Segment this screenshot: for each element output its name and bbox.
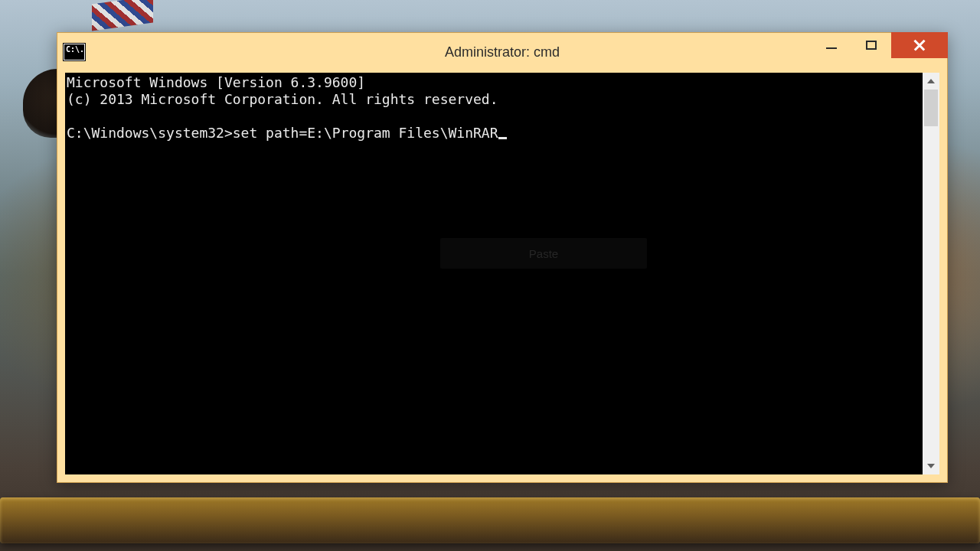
minimize-button[interactable] [812, 32, 851, 58]
console-output[interactable]: Microsoft Windows [Version 6.3.9600] (c)… [65, 73, 923, 474]
scroll-thumb[interactable] [924, 90, 938, 126]
text-cursor [498, 137, 507, 139]
close-button[interactable] [891, 32, 948, 58]
cmd-window: C:\. Administrator: cmd Microsoft Window… [57, 32, 948, 483]
cmd-app-icon: C:\. [64, 44, 85, 60]
scroll-down-button[interactable] [923, 458, 939, 474]
scroll-track[interactable] [923, 90, 939, 458]
window-controls [812, 32, 948, 58]
titlebar[interactable]: C:\. Administrator: cmd [57, 33, 947, 71]
console-client-area: Microsoft Windows [Version 6.3.9600] (c)… [65, 73, 939, 474]
close-icon [914, 40, 925, 51]
wallpaper-flag-decoration [92, 0, 153, 31]
context-tooltip: Paste [440, 238, 647, 269]
banner-line-2: (c) 2013 Microsoft Corporation. All righ… [67, 91, 498, 107]
maximize-icon [866, 41, 877, 50]
scroll-up-button[interactable] [923, 73, 939, 90]
banner-line-1: Microsoft Windows [Version 6.3.9600] [67, 74, 365, 90]
chevron-up-icon [927, 79, 935, 83]
prompt: C:\Windows\system32> [67, 125, 233, 141]
vertical-scrollbar[interactable] [923, 73, 939, 474]
chevron-down-icon [927, 464, 935, 468]
maximize-button[interactable] [851, 32, 891, 58]
minimize-icon [826, 47, 837, 49]
typed-command: set path=E:\Program Files\WinRAR [233, 125, 498, 141]
